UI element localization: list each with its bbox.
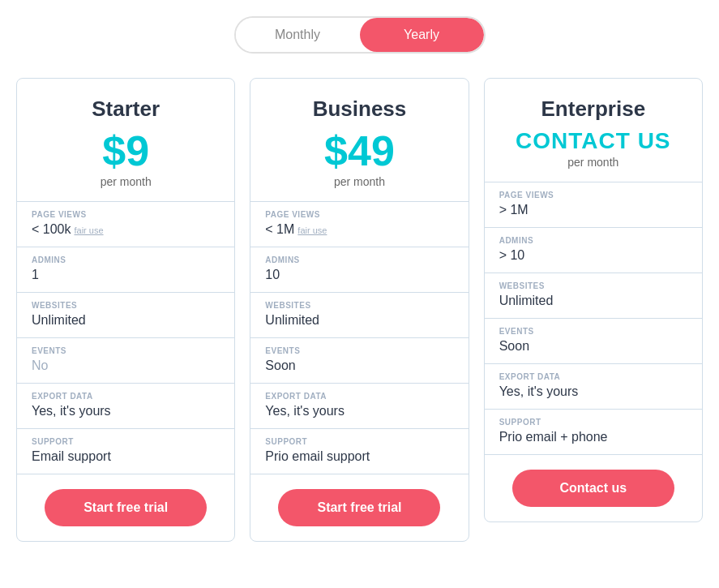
feature-label-enterprise-2: WEBSITES: [499, 281, 687, 290]
feature-label-starter-2: WEBSITES: [32, 301, 220, 310]
feature-label-business-1: ADMINS: [265, 255, 453, 264]
plan-header-business: Business$49per month: [250, 79, 468, 202]
feature-label-business-3: EVENTS: [265, 346, 453, 355]
feature-label-starter-4: EXPORT DATA: [32, 392, 220, 401]
feature-value-enterprise-0: > 1M: [499, 203, 529, 217]
plan-name-enterprise: Enterprise: [501, 97, 686, 122]
feature-row-enterprise-4: EXPORT DATAYes, it's yours: [485, 364, 702, 410]
plan-header-enterprise: EnterpriseCONTACT USper month: [485, 79, 702, 182]
feature-row-business-5: SUPPORTPrio email support: [250, 429, 468, 474]
plan-price-business: $49: [267, 130, 452, 172]
feature-value-enterprise-4: Yes, it's yours: [499, 384, 579, 399]
feature-label-enterprise-3: EVENTS: [499, 327, 687, 336]
feature-value-starter-3: No: [32, 358, 48, 373]
cta-wrapper-starter: Start free trial: [17, 474, 234, 541]
feature-row-starter-5: SUPPORTEmail support: [17, 429, 234, 474]
feature-row-business-3: EVENTSSoon: [250, 338, 468, 384]
plan-price-starter: $9: [33, 130, 218, 172]
billing-toggle[interactable]: Monthly Yearly: [234, 16, 486, 54]
cta-button-enterprise[interactable]: Contact us: [512, 470, 674, 507]
feature-row-enterprise-3: EVENTSSoon: [485, 319, 702, 364]
feature-row-starter-3: EVENTSNo: [17, 338, 234, 384]
feature-label-business-0: PAGE VIEWS: [265, 210, 453, 219]
feature-label-starter-5: SUPPORT: [32, 437, 220, 446]
plan-period-business: per month: [267, 175, 452, 188]
feature-label-enterprise-5: SUPPORT: [499, 418, 687, 427]
cta-wrapper-enterprise: Contact us: [485, 455, 702, 521]
feature-row-business-4: EXPORT DATAYes, it's yours: [250, 384, 468, 429]
feature-value-enterprise-5: Prio email + phone: [499, 430, 608, 444]
feature-row-business-2: WEBSITESUnlimited: [250, 293, 468, 338]
plan-card-enterprise: EnterpriseCONTACT USper monthPAGE VIEWS>…: [484, 78, 703, 522]
feature-label-business-5: SUPPORT: [265, 437, 453, 446]
feature-value-starter-1: 1: [32, 268, 39, 282]
plan-card-starter: Starter$9per monthPAGE VIEWS< 100kfair u…: [16, 78, 235, 542]
feature-label-starter-1: ADMINS: [32, 255, 220, 264]
feature-row-starter-0: PAGE VIEWS< 100kfair use: [17, 202, 234, 247]
feature-value-business-2: Unlimited: [265, 313, 319, 328]
toggle-yearly[interactable]: Yearly: [360, 18, 484, 52]
feature-value-enterprise-2: Unlimited: [499, 294, 554, 308]
feature-label-enterprise-4: EXPORT DATA: [499, 372, 687, 381]
feature-value-enterprise-1: > 10: [499, 248, 525, 263]
feature-row-enterprise-2: WEBSITESUnlimited: [485, 273, 702, 319]
feature-label-starter-3: EVENTS: [32, 346, 220, 355]
feature-label-enterprise-1: ADMINS: [499, 236, 687, 245]
feature-row-enterprise-0: PAGE VIEWS> 1M: [485, 182, 702, 228]
feature-value-starter-2: Unlimited: [32, 313, 86, 328]
feature-row-business-1: ADMINS10: [250, 247, 468, 293]
fair-use-link-starter-0[interactable]: fair use: [74, 225, 103, 235]
cta-wrapper-business: Start free trial: [250, 474, 468, 541]
feature-value-starter-0: < 100k: [32, 222, 71, 237]
cta-button-business[interactable]: Start free trial: [278, 489, 440, 526]
feature-label-business-4: EXPORT DATA: [265, 392, 453, 401]
feature-value-starter-4: Yes, it's yours: [32, 404, 111, 418]
plan-period-starter: per month: [33, 175, 218, 188]
feature-value-starter-5: Email support: [32, 449, 111, 464]
feature-row-enterprise-5: SUPPORTPrio email + phone: [485, 410, 702, 455]
pricing-cards: Starter$9per monthPAGE VIEWS< 100kfair u…: [16, 78, 703, 542]
feature-value-enterprise-3: Soon: [499, 339, 529, 354]
feature-row-starter-2: WEBSITESUnlimited: [17, 293, 234, 338]
feature-value-business-1: 10: [265, 268, 280, 282]
feature-row-enterprise-1: ADMINS> 10: [485, 228, 702, 273]
feature-value-business-0: < 1M: [265, 222, 294, 237]
feature-label-enterprise-0: PAGE VIEWS: [499, 191, 687, 200]
plan-price-enterprise: CONTACT US: [501, 130, 686, 152]
plan-name-business: Business: [267, 97, 452, 122]
fair-use-link-business-0[interactable]: fair use: [297, 225, 327, 235]
feature-row-starter-4: EXPORT DATAYes, it's yours: [17, 384, 234, 429]
feature-row-starter-1: ADMINS1: [17, 247, 234, 293]
feature-label-starter-0: PAGE VIEWS: [32, 210, 220, 219]
plan-card-business: Business$49per monthPAGE VIEWS< 1Mfair u…: [250, 78, 469, 542]
plan-header-starter: Starter$9per month: [17, 79, 234, 202]
plan-period-enterprise: per month: [501, 156, 686, 169]
plan-name-starter: Starter: [33, 97, 218, 122]
feature-label-business-2: WEBSITES: [265, 301, 453, 310]
toggle-monthly[interactable]: Monthly: [236, 18, 360, 52]
cta-button-starter[interactable]: Start free trial: [45, 489, 207, 526]
feature-value-business-4: Yes, it's yours: [265, 404, 345, 418]
feature-row-business-0: PAGE VIEWS< 1Mfair use: [250, 202, 468, 247]
feature-value-business-3: Soon: [265, 358, 295, 373]
feature-value-business-5: Prio email support: [265, 449, 370, 464]
